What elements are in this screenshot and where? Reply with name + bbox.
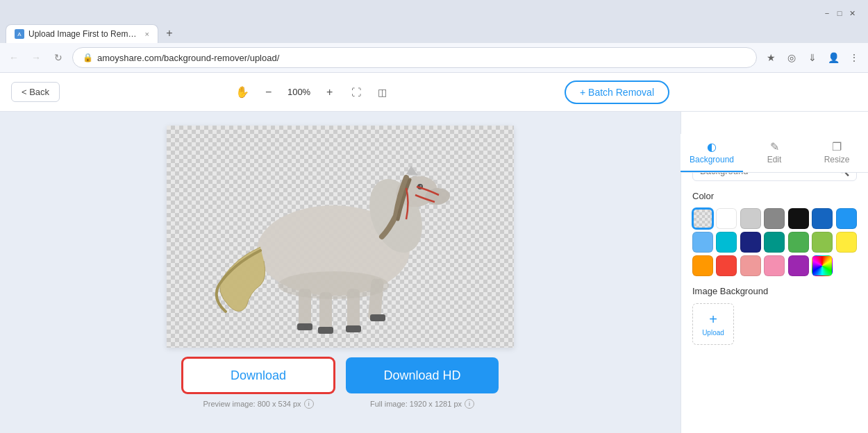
color-swatch-navy[interactable] bbox=[740, 232, 761, 253]
browser-actions: ★ ◎ ⇓ 👤 ⋮ bbox=[762, 49, 862, 66]
back-button[interactable]: < Back bbox=[11, 82, 60, 102]
tab-favicon: A bbox=[15, 29, 24, 39]
active-tab[interactable]: A Upload Image First to Remove × bbox=[6, 24, 158, 43]
svg-marker-6 bbox=[406, 166, 418, 176]
url-bar[interactable]: 🔒 amoyshare.com/background-remover/uploa… bbox=[72, 47, 757, 68]
color-swatch-yellow-green[interactable] bbox=[812, 232, 833, 253]
panel-content: 🔍 Color bbox=[681, 151, 868, 355]
svg-rect-11 bbox=[297, 323, 312, 330]
color-swatch-teal[interactable] bbox=[764, 232, 785, 253]
svg-point-5 bbox=[420, 185, 422, 187]
new-tab-button[interactable]: + bbox=[160, 24, 179, 43]
download-button[interactable]: Download bbox=[182, 357, 335, 393]
back-nav-button[interactable]: ← bbox=[6, 49, 22, 66]
zoom-in-button[interactable]: + bbox=[320, 83, 340, 102]
edit-tab-icon: ✎ bbox=[770, 140, 779, 153]
color-swatch-orange[interactable] bbox=[692, 255, 713, 276]
tab-edit[interactable]: ✎ Edit bbox=[743, 134, 806, 172]
bookmark-button[interactable]: ★ bbox=[762, 49, 779, 66]
extensions-button[interactable]: ◎ bbox=[783, 49, 800, 66]
profile-button[interactable]: 👤 bbox=[825, 49, 842, 66]
refresh-nav-button[interactable]: ↻ bbox=[50, 49, 67, 66]
color-swatch-dark-gray[interactable] bbox=[764, 208, 785, 229]
checkerboard-bg bbox=[167, 126, 514, 348]
color-swatch-yellow[interactable] bbox=[836, 232, 857, 253]
fullscreen-button[interactable]: ⛶ bbox=[347, 83, 366, 102]
browser-titlebar: − □ ✕ bbox=[6, 6, 862, 21]
svg-rect-12 bbox=[318, 327, 333, 334]
background-tab-icon: ◐ bbox=[707, 140, 717, 153]
background-tab-label: Background bbox=[690, 155, 734, 164]
zoom-value: 100% bbox=[285, 87, 313, 97]
upload-label: Upload bbox=[702, 329, 724, 337]
upload-image-background-button[interactable]: + Upload bbox=[692, 303, 734, 345]
minimize-button[interactable]: − bbox=[822, 8, 832, 18]
batch-removal-button[interactable]: + Batch Removal bbox=[565, 80, 669, 104]
color-swatch-dark-blue[interactable] bbox=[812, 208, 833, 229]
download-nav-button[interactable]: ⇓ bbox=[804, 49, 821, 66]
info-row: Preview image: 800 x 534 px i Full image… bbox=[182, 399, 499, 409]
color-swatch-blue[interactable] bbox=[836, 208, 857, 229]
svg-point-15 bbox=[278, 271, 389, 299]
app: < Back ✋ − 100% + ⛶ ◫ + Batch Removal ◐ … bbox=[0, 73, 868, 433]
bottom-actions: Download Download HD Preview image: 800 … bbox=[182, 357, 499, 409]
panel-tabs: ◐ Background ✎ Edit ❐ Resize bbox=[681, 134, 868, 173]
window-controls: − □ ✕ bbox=[822, 8, 857, 18]
color-grid bbox=[692, 208, 857, 276]
lock-icon: 🔒 bbox=[83, 53, 93, 62]
canvas-area: Download Download HD Preview image: 800 … bbox=[0, 112, 681, 433]
address-bar: ← → ↻ 🔒 amoyshare.com/background-remover… bbox=[0, 43, 868, 73]
resize-tab-label: Resize bbox=[824, 155, 850, 164]
color-section-title: Color bbox=[692, 191, 857, 201]
pan-tool-button[interactable]: ✋ bbox=[233, 83, 252, 102]
color-swatch-transparent[interactable] bbox=[692, 208, 713, 229]
image-canvas bbox=[167, 126, 514, 348]
resize-tab-icon: ❐ bbox=[832, 140, 842, 153]
zoom-out-button[interactable]: − bbox=[259, 83, 278, 102]
tab-resize[interactable]: ❐ Resize bbox=[806, 134, 868, 172]
full-info-icon: i bbox=[465, 399, 474, 409]
color-swatch-light-gray[interactable] bbox=[740, 208, 761, 229]
tab-close-button[interactable]: × bbox=[145, 30, 149, 38]
action-buttons-row: Download Download HD bbox=[182, 357, 499, 393]
toolbar: < Back ✋ − 100% + ⛶ ◫ + Batch Removal bbox=[0, 73, 868, 112]
edit-tab-label: Edit bbox=[767, 155, 782, 164]
tab-background[interactable]: ◐ Background bbox=[681, 134, 743, 172]
color-swatch-red[interactable] bbox=[716, 255, 737, 276]
tab-bar: A Upload Image First to Remove × + bbox=[6, 24, 862, 43]
menu-button[interactable]: ⋮ bbox=[846, 49, 862, 66]
color-swatch-light-pink[interactable] bbox=[764, 255, 785, 276]
image-background-title: Image Background bbox=[692, 286, 857, 296]
svg-rect-13 bbox=[346, 325, 361, 332]
download-hd-button[interactable]: Download HD bbox=[346, 357, 499, 393]
color-swatch-light-blue[interactable] bbox=[692, 232, 713, 253]
tab-title: Upload Image First to Remove bbox=[28, 29, 141, 39]
color-swatch-cyan[interactable] bbox=[716, 232, 737, 253]
forward-nav-button[interactable]: → bbox=[28, 49, 44, 66]
color-swatch-green[interactable] bbox=[788, 232, 809, 253]
browser-chrome: − □ ✕ A Upload Image First to Remove × + bbox=[0, 0, 868, 43]
preview-info-icon: i bbox=[304, 399, 314, 409]
split-view-button[interactable]: ◫ bbox=[373, 83, 392, 102]
preview-info: Preview image: 800 x 534 px i bbox=[182, 399, 335, 409]
close-button[interactable]: ✕ bbox=[847, 8, 857, 18]
svg-rect-14 bbox=[370, 314, 385, 321]
color-swatch-rainbow[interactable] bbox=[812, 255, 833, 276]
toolbar-center: ✋ − 100% + ⛶ ◫ bbox=[68, 83, 556, 102]
url-text: amoyshare.com/background-remover/upload/ bbox=[97, 53, 746, 63]
maximize-button[interactable]: □ bbox=[835, 8, 844, 18]
color-swatch-purple[interactable] bbox=[788, 255, 809, 276]
color-swatch-pink[interactable] bbox=[740, 255, 761, 276]
full-info: Full image: 1920 x 1281 px i bbox=[346, 399, 499, 409]
color-swatch-white[interactable] bbox=[716, 208, 737, 229]
upload-plus-icon: + bbox=[709, 312, 717, 328]
color-swatch-black[interactable] bbox=[788, 208, 809, 229]
horse-image bbox=[201, 139, 451, 334]
